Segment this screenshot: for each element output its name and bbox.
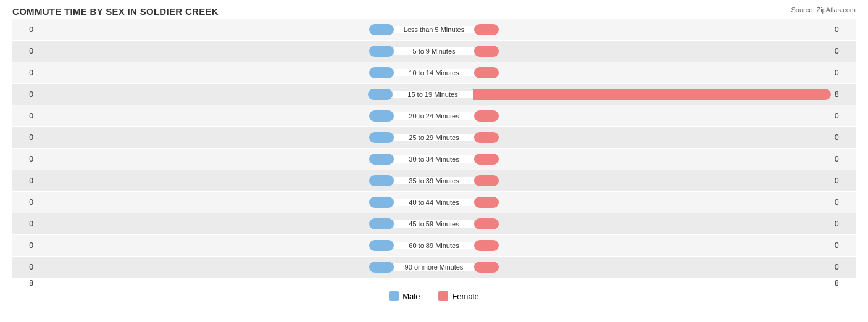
bar-label: 5 to 9 Minutes bbox=[394, 47, 474, 55]
chart-container: COMMUTE TIME BY SEX IN SOLDIER CREEK Sou… bbox=[0, 0, 868, 322]
female-bar bbox=[474, 175, 499, 186]
bar-label: 60 to 89 Minutes bbox=[394, 242, 474, 249]
bar-label: 45 to 59 Minutes bbox=[394, 220, 474, 228]
male-bar-container bbox=[37, 110, 394, 122]
bar-row: 060 to 89 Minutes0 bbox=[12, 235, 856, 256]
left-value: 0 bbox=[12, 263, 37, 271]
male-bar bbox=[369, 46, 394, 57]
bars-wrapper: 45 to 59 Minutes bbox=[37, 217, 831, 231]
male-bar-container bbox=[37, 154, 394, 165]
male-bar-container bbox=[37, 46, 394, 57]
bar-label: 20 to 24 Minutes bbox=[394, 112, 474, 120]
bar-row: 015 to 19 Minutes8 bbox=[12, 84, 856, 105]
legend: Male Female bbox=[12, 291, 856, 301]
bar-row: 05 to 9 Minutes0 bbox=[12, 41, 856, 62]
bars-wrapper: 90 or more Minutes bbox=[37, 260, 831, 274]
bar-row: 010 to 14 Minutes0 bbox=[12, 62, 856, 83]
male-bar bbox=[368, 89, 393, 100]
bars-wrapper: 40 to 44 Minutes bbox=[37, 196, 831, 209]
female-bar bbox=[474, 110, 499, 122]
bar-row: 040 to 44 Minutes0 bbox=[12, 192, 856, 213]
bar-label: 90 or more Minutes bbox=[394, 263, 474, 271]
female-bar-container bbox=[474, 46, 831, 57]
bar-label: 10 to 14 Minutes bbox=[394, 69, 474, 76]
male-bar-container bbox=[37, 24, 394, 35]
bar-label: 30 to 34 Minutes bbox=[394, 155, 474, 163]
axis-right: 8 bbox=[831, 279, 856, 287]
female-bar-container bbox=[473, 89, 831, 100]
bar-row: 025 to 29 Minutes0 bbox=[12, 127, 856, 148]
female-bar bbox=[474, 197, 499, 208]
right-value: 0 bbox=[831, 133, 856, 142]
female-bar-container bbox=[474, 67, 831, 78]
bar-section: 30 to 34 Minutes bbox=[37, 149, 831, 170]
bar-row: 020 to 24 Minutes0 bbox=[12, 105, 856, 126]
bar-section: 5 to 9 Minutes bbox=[37, 41, 831, 62]
female-bar bbox=[474, 46, 499, 57]
bar-row: 045 to 59 Minutes0 bbox=[12, 213, 856, 234]
bar-label: 35 to 39 Minutes bbox=[394, 177, 474, 184]
female-bar bbox=[474, 132, 499, 143]
bars-wrapper: 35 to 39 Minutes bbox=[37, 174, 831, 188]
male-bar-container bbox=[37, 197, 394, 208]
bars-wrapper: 25 to 29 Minutes bbox=[37, 131, 831, 144]
male-bar-container bbox=[37, 89, 393, 100]
female-bar bbox=[474, 218, 499, 229]
left-value: 0 bbox=[12, 112, 37, 120]
bar-section: 20 to 24 Minutes bbox=[37, 105, 831, 126]
left-value: 0 bbox=[12, 241, 37, 250]
female-bar-container bbox=[474, 175, 831, 186]
bars-wrapper: 30 to 34 Minutes bbox=[37, 152, 831, 166]
left-value: 0 bbox=[12, 198, 37, 207]
bars-wrapper: 15 to 19 Minutes bbox=[37, 88, 831, 101]
left-value: 0 bbox=[12, 176, 37, 185]
bar-section: 10 to 14 Minutes bbox=[37, 62, 831, 83]
bars-wrapper: 20 to 24 Minutes bbox=[37, 109, 831, 123]
male-bar-container bbox=[37, 218, 394, 229]
right-value: 0 bbox=[831, 241, 856, 250]
female-bar-container bbox=[474, 132, 831, 143]
female-bar-container bbox=[474, 24, 831, 35]
bar-label: 15 to 19 Minutes bbox=[393, 91, 473, 98]
male-legend-label: Male bbox=[403, 292, 420, 301]
male-bar-container bbox=[37, 175, 394, 186]
right-value: 0 bbox=[831, 25, 856, 34]
right-value: 0 bbox=[831, 198, 856, 207]
female-legend-box bbox=[438, 291, 448, 301]
bars-wrapper: 10 to 14 Minutes bbox=[37, 66, 831, 80]
male-bar-container bbox=[37, 240, 394, 251]
male-bar-container bbox=[37, 262, 394, 273]
male-bar bbox=[369, 175, 394, 186]
axis-row: 8 8 bbox=[12, 279, 856, 287]
bar-label: 40 to 44 Minutes bbox=[394, 199, 474, 206]
bar-section: 90 or more Minutes bbox=[37, 257, 831, 278]
bar-section: 25 to 29 Minutes bbox=[37, 127, 831, 148]
bar-section: Less than 5 Minutes bbox=[37, 19, 831, 40]
bar-section: 40 to 44 Minutes bbox=[37, 192, 831, 213]
legend-male: Male bbox=[389, 291, 420, 301]
bar-section: 15 to 19 Minutes bbox=[37, 84, 831, 105]
female-bar bbox=[474, 67, 499, 78]
female-bar bbox=[473, 89, 831, 100]
left-value: 0 bbox=[12, 220, 37, 228]
bar-label: Less than 5 Minutes bbox=[394, 26, 474, 33]
left-value: 0 bbox=[12, 155, 37, 163]
right-value: 0 bbox=[831, 68, 856, 77]
female-bar bbox=[474, 154, 499, 165]
right-value: 8 bbox=[831, 90, 856, 99]
left-value: 0 bbox=[12, 68, 37, 77]
source-text: Source: ZipAtlas.com bbox=[791, 6, 856, 14]
chart-title: COMMUTE TIME BY SEX IN SOLDIER CREEK bbox=[12, 6, 856, 17]
left-value: 0 bbox=[12, 25, 37, 34]
male-bar bbox=[369, 67, 394, 78]
legend-female: Female bbox=[438, 291, 478, 301]
male-bar bbox=[369, 132, 394, 143]
female-bar bbox=[474, 24, 499, 35]
female-bar-container bbox=[474, 218, 831, 229]
female-bar-container bbox=[474, 197, 831, 208]
bars-wrapper: 5 to 9 Minutes bbox=[37, 44, 831, 58]
female-bar-container bbox=[474, 262, 831, 273]
bar-row: 035 to 39 Minutes0 bbox=[12, 170, 856, 191]
left-value: 0 bbox=[12, 47, 37, 56]
left-value: 0 bbox=[12, 90, 37, 99]
